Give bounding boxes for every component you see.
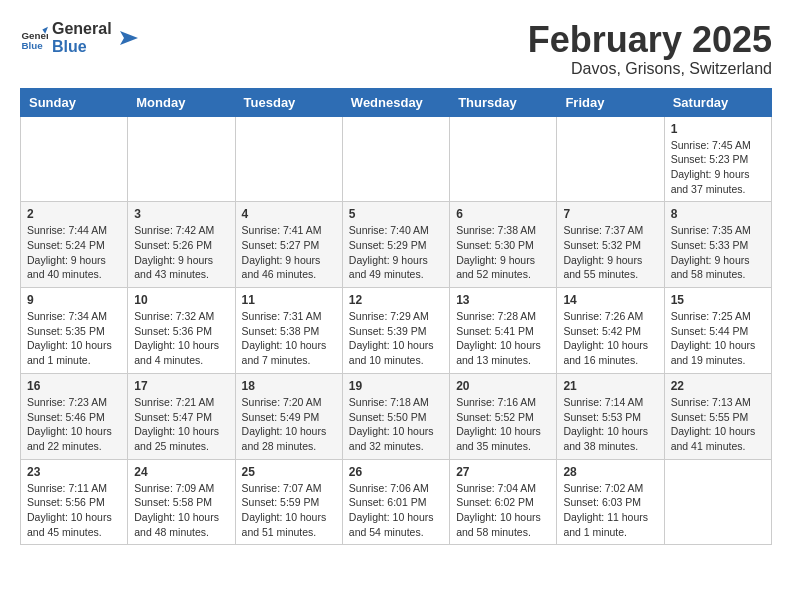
weekday-header-row: SundayMondayTuesdayWednesdayThursdayFrid… [21,88,772,116]
day-info: Sunrise: 7:31 AM Sunset: 5:38 PM Dayligh… [242,309,336,368]
day-info: Sunrise: 7:37 AM Sunset: 5:32 PM Dayligh… [563,223,657,282]
calendar-cell: 17Sunrise: 7:21 AM Sunset: 5:47 PM Dayli… [128,373,235,459]
calendar-cell: 7Sunrise: 7:37 AM Sunset: 5:32 PM Daylig… [557,202,664,288]
day-info: Sunrise: 7:44 AM Sunset: 5:24 PM Dayligh… [27,223,121,282]
calendar-cell: 14Sunrise: 7:26 AM Sunset: 5:42 PM Dayli… [557,288,664,374]
calendar-cell: 4Sunrise: 7:41 AM Sunset: 5:27 PM Daylig… [235,202,342,288]
day-number: 3 [134,207,228,221]
day-info: Sunrise: 7:02 AM Sunset: 6:03 PM Dayligh… [563,481,657,540]
calendar-cell: 25Sunrise: 7:07 AM Sunset: 5:59 PM Dayli… [235,459,342,545]
day-info: Sunrise: 7:23 AM Sunset: 5:46 PM Dayligh… [27,395,121,454]
month-title: February 2025 [528,20,772,60]
calendar-cell: 24Sunrise: 7:09 AM Sunset: 5:58 PM Dayli… [128,459,235,545]
day-info: Sunrise: 7:45 AM Sunset: 5:23 PM Dayligh… [671,138,765,197]
day-info: Sunrise: 7:32 AM Sunset: 5:36 PM Dayligh… [134,309,228,368]
calendar-cell: 11Sunrise: 7:31 AM Sunset: 5:38 PM Dayli… [235,288,342,374]
day-number: 10 [134,293,228,307]
day-number: 12 [349,293,443,307]
weekday-header-wednesday: Wednesday [342,88,449,116]
day-number: 13 [456,293,550,307]
day-number: 18 [242,379,336,393]
day-number: 14 [563,293,657,307]
weekday-header-monday: Monday [128,88,235,116]
logo-general: General [52,20,112,38]
week-row-3: 9Sunrise: 7:34 AM Sunset: 5:35 PM Daylig… [21,288,772,374]
svg-marker-3 [120,31,138,45]
week-row-2: 2Sunrise: 7:44 AM Sunset: 5:24 PM Daylig… [21,202,772,288]
calendar-cell [235,116,342,202]
day-info: Sunrise: 7:35 AM Sunset: 5:33 PM Dayligh… [671,223,765,282]
day-info: Sunrise: 7:20 AM Sunset: 5:49 PM Dayligh… [242,395,336,454]
day-number: 25 [242,465,336,479]
page-header: General Blue General Blue February 2025 … [20,20,772,78]
day-info: Sunrise: 7:18 AM Sunset: 5:50 PM Dayligh… [349,395,443,454]
day-info: Sunrise: 7:06 AM Sunset: 6:01 PM Dayligh… [349,481,443,540]
day-info: Sunrise: 7:42 AM Sunset: 5:26 PM Dayligh… [134,223,228,282]
svg-text:Blue: Blue [21,40,43,51]
logo: General Blue General Blue [20,20,138,55]
calendar-cell: 12Sunrise: 7:29 AM Sunset: 5:39 PM Dayli… [342,288,449,374]
calendar-cell: 6Sunrise: 7:38 AM Sunset: 5:30 PM Daylig… [450,202,557,288]
calendar-cell: 13Sunrise: 7:28 AM Sunset: 5:41 PM Dayli… [450,288,557,374]
calendar-cell: 28Sunrise: 7:02 AM Sunset: 6:03 PM Dayli… [557,459,664,545]
calendar-cell: 9Sunrise: 7:34 AM Sunset: 5:35 PM Daylig… [21,288,128,374]
day-number: 11 [242,293,336,307]
day-info: Sunrise: 7:21 AM Sunset: 5:47 PM Dayligh… [134,395,228,454]
calendar-cell: 5Sunrise: 7:40 AM Sunset: 5:29 PM Daylig… [342,202,449,288]
day-info: Sunrise: 7:26 AM Sunset: 5:42 PM Dayligh… [563,309,657,368]
calendar-cell: 18Sunrise: 7:20 AM Sunset: 5:49 PM Dayli… [235,373,342,459]
title-block: February 2025 Davos, Grisons, Switzerlan… [528,20,772,78]
day-number: 9 [27,293,121,307]
day-number: 28 [563,465,657,479]
day-info: Sunrise: 7:34 AM Sunset: 5:35 PM Dayligh… [27,309,121,368]
calendar-cell [557,116,664,202]
calendar-cell: 16Sunrise: 7:23 AM Sunset: 5:46 PM Dayli… [21,373,128,459]
calendar-cell: 22Sunrise: 7:13 AM Sunset: 5:55 PM Dayli… [664,373,771,459]
calendar-cell: 20Sunrise: 7:16 AM Sunset: 5:52 PM Dayli… [450,373,557,459]
day-number: 8 [671,207,765,221]
day-info: Sunrise: 7:09 AM Sunset: 5:58 PM Dayligh… [134,481,228,540]
calendar-cell: 21Sunrise: 7:14 AM Sunset: 5:53 PM Dayli… [557,373,664,459]
calendar-cell: 19Sunrise: 7:18 AM Sunset: 5:50 PM Dayli… [342,373,449,459]
calendar-cell [450,116,557,202]
day-number: 7 [563,207,657,221]
day-number: 23 [27,465,121,479]
calendar-cell: 10Sunrise: 7:32 AM Sunset: 5:36 PM Dayli… [128,288,235,374]
weekday-header-thursday: Thursday [450,88,557,116]
day-number: 27 [456,465,550,479]
calendar-cell [128,116,235,202]
day-info: Sunrise: 7:16 AM Sunset: 5:52 PM Dayligh… [456,395,550,454]
calendar-cell: 2Sunrise: 7:44 AM Sunset: 5:24 PM Daylig… [21,202,128,288]
day-info: Sunrise: 7:40 AM Sunset: 5:29 PM Dayligh… [349,223,443,282]
day-number: 24 [134,465,228,479]
logo-blue: Blue [52,38,112,56]
calendar-cell: 15Sunrise: 7:25 AM Sunset: 5:44 PM Dayli… [664,288,771,374]
logo-arrow-icon [116,27,138,49]
day-info: Sunrise: 7:28 AM Sunset: 5:41 PM Dayligh… [456,309,550,368]
weekday-header-friday: Friday [557,88,664,116]
week-row-4: 16Sunrise: 7:23 AM Sunset: 5:46 PM Dayli… [21,373,772,459]
day-number: 21 [563,379,657,393]
weekday-header-saturday: Saturday [664,88,771,116]
day-number: 2 [27,207,121,221]
week-row-1: 1Sunrise: 7:45 AM Sunset: 5:23 PM Daylig… [21,116,772,202]
day-number: 17 [134,379,228,393]
calendar-table: SundayMondayTuesdayWednesdayThursdayFrid… [20,88,772,546]
day-info: Sunrise: 7:07 AM Sunset: 5:59 PM Dayligh… [242,481,336,540]
logo-icon: General Blue [20,24,48,52]
calendar-cell: 3Sunrise: 7:42 AM Sunset: 5:26 PM Daylig… [128,202,235,288]
day-number: 6 [456,207,550,221]
day-number: 4 [242,207,336,221]
day-info: Sunrise: 7:38 AM Sunset: 5:30 PM Dayligh… [456,223,550,282]
calendar-cell: 8Sunrise: 7:35 AM Sunset: 5:33 PM Daylig… [664,202,771,288]
calendar-cell: 27Sunrise: 7:04 AM Sunset: 6:02 PM Dayli… [450,459,557,545]
day-info: Sunrise: 7:41 AM Sunset: 5:27 PM Dayligh… [242,223,336,282]
day-number: 16 [27,379,121,393]
day-number: 26 [349,465,443,479]
calendar-cell: 1Sunrise: 7:45 AM Sunset: 5:23 PM Daylig… [664,116,771,202]
day-info: Sunrise: 7:04 AM Sunset: 6:02 PM Dayligh… [456,481,550,540]
day-info: Sunrise: 7:11 AM Sunset: 5:56 PM Dayligh… [27,481,121,540]
calendar-cell [664,459,771,545]
day-number: 5 [349,207,443,221]
week-row-5: 23Sunrise: 7:11 AM Sunset: 5:56 PM Dayli… [21,459,772,545]
